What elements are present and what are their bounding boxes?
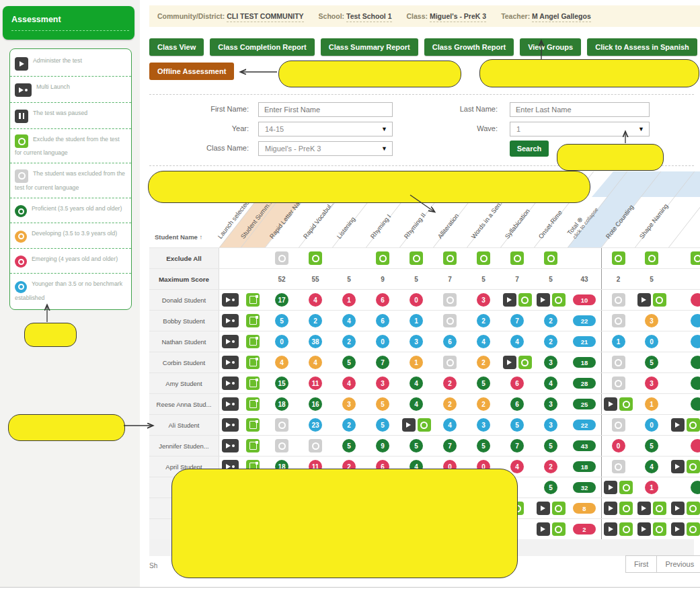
excluded-icon[interactable]	[275, 439, 288, 452]
toolbar-button-view-groups[interactable]: View Groups	[520, 38, 581, 56]
student-name-cell[interactable]: Bobby Student	[149, 311, 219, 331]
exclude-toggle-icon[interactable]	[552, 293, 566, 307]
administer-test-icon[interactable]	[537, 502, 550, 515]
exclude-toggle-icon[interactable]	[518, 293, 532, 307]
toolbar-button-click-to-assess-in-spanish[interactable]: Click to Assess in Spanish	[587, 38, 697, 56]
excluded-icon[interactable]	[612, 418, 625, 432]
exclude-toggle-icon[interactable]	[653, 293, 666, 307]
student-name-cell[interactable]: Amy Student	[149, 373, 219, 393]
toolbar-button-class-growth-report[interactable]: Class Growth Report	[424, 38, 514, 56]
exclude-toggle-icon[interactable]	[552, 522, 566, 536]
student-summary-icon[interactable]	[246, 439, 260, 452]
student-summary-icon[interactable]	[246, 293, 260, 307]
administer-test-icon[interactable]	[637, 502, 651, 515]
exclude-toggle-icon[interactable]	[619, 502, 633, 515]
pagination-first-button[interactable]: First	[625, 555, 657, 573]
administer-test-icon[interactable]	[604, 522, 617, 536]
administer-test-icon[interactable]	[671, 502, 685, 515]
exclude-toggle-icon[interactable]	[376, 251, 389, 265]
administer-test-icon[interactable]	[604, 502, 617, 515]
administer-test-icon[interactable]	[671, 460, 685, 473]
student-name-cell[interactable]: Reese Anna Stud...	[149, 394, 219, 414]
student-name-cell[interactable]: Ali Student	[149, 415, 219, 435]
search-button[interactable]: Search	[510, 141, 549, 157]
exclude-toggle-icon[interactable]	[687, 502, 700, 515]
multi-launch-icon[interactable]	[15, 83, 32, 97]
excluded-icon[interactable]	[443, 314, 457, 327]
excluded-icon[interactable]	[275, 418, 288, 432]
class-name-select[interactable]: Miguel's - PreK 3 ▼	[258, 141, 393, 156]
excluded-icon[interactable]	[612, 314, 625, 327]
multi-launch-icon[interactable]	[222, 439, 239, 452]
wave-select[interactable]: 1 ▼	[510, 122, 650, 136]
excluded-icon[interactable]	[443, 356, 457, 369]
toolbar-button-class-completion-report[interactable]: Class Completion Report	[210, 38, 314, 56]
multi-launch-icon[interactable]	[222, 314, 239, 327]
multi-launch-icon[interactable]	[222, 418, 239, 432]
student-summary-icon[interactable]	[246, 418, 260, 432]
exclude-toggle-icon[interactable]	[544, 251, 557, 265]
excluded-icon[interactable]	[275, 251, 288, 265]
administer-test-icon[interactable]	[671, 522, 685, 536]
exclude-toggle-icon[interactable]	[443, 251, 457, 265]
exclude-toggle-icon[interactable]	[477, 251, 490, 265]
excluded-icon[interactable]	[612, 460, 625, 473]
administer-test-icon[interactable]	[604, 397, 617, 411]
exclude-toggle-icon[interactable]	[552, 502, 566, 515]
exclude-toggle-icon[interactable]	[15, 134, 28, 148]
student-name-cell[interactable]: Nathan Student	[149, 331, 219, 352]
excluded-icon[interactable]	[443, 293, 457, 307]
excluded-icon[interactable]	[612, 377, 625, 390]
exclude-toggle-icon[interactable]	[410, 251, 423, 265]
administer-test-icon[interactable]	[671, 418, 685, 432]
multi-launch-icon[interactable]	[222, 356, 239, 369]
exclude-toggle-icon[interactable]	[653, 522, 666, 536]
pagination-previous-button[interactable]: Previous	[657, 555, 700, 573]
toolbar-button-class-view[interactable]: Class View	[149, 38, 204, 56]
exclude-toggle-icon[interactable]	[619, 397, 633, 411]
multi-launch-icon[interactable]	[222, 293, 239, 307]
year-select[interactable]: 14-15 ▼	[258, 122, 393, 136]
assessment-menu-button[interactable]: Assessment	[3, 6, 134, 40]
administer-test-icon[interactable]	[402, 418, 416, 432]
exclude-toggle-icon[interactable]	[612, 251, 625, 265]
student-name-cell[interactable]: Donald Student	[149, 290, 219, 310]
multi-launch-icon[interactable]	[222, 397, 239, 411]
administer-test-icon[interactable]	[537, 522, 550, 536]
multi-launch-icon[interactable]	[222, 335, 239, 348]
administer-test-icon[interactable]	[503, 356, 516, 369]
student-name-cell[interactable]: Jennifer Studen...	[149, 436, 219, 456]
student-name-header[interactable]: Student Name ↑	[155, 233, 202, 241]
administer-test-icon[interactable]	[503, 293, 516, 307]
excluded-icon[interactable]	[309, 439, 322, 452]
excluded-icon[interactable]	[612, 293, 625, 307]
exclude-toggle-icon[interactable]	[518, 356, 532, 369]
administer-test-icon[interactable]	[637, 522, 651, 536]
exclude-toggle-icon[interactable]	[691, 251, 700, 265]
exclude-toggle-icon[interactable]	[510, 251, 524, 265]
administer-test-icon[interactable]	[637, 293, 651, 307]
toolbar-button-class-summary-report[interactable]: Class Summary Report	[321, 38, 418, 56]
offline-assessment-button[interactable]: Offline Assessment	[149, 63, 234, 80]
exclude-toggle-icon[interactable]	[653, 502, 666, 515]
excluded-icon[interactable]	[15, 169, 28, 183]
student-summary-icon[interactable]	[246, 377, 260, 390]
last-name-input[interactable]	[510, 102, 650, 117]
student-summary-icon[interactable]	[246, 356, 260, 369]
student-name-cell[interactable]: Corbin Student	[149, 352, 219, 372]
excluded-icon[interactable]	[612, 356, 625, 369]
multi-launch-icon[interactable]	[222, 377, 239, 390]
administer-test-icon[interactable]	[537, 293, 550, 307]
student-summary-icon[interactable]	[246, 314, 260, 327]
exclude-toggle-icon[interactable]	[309, 251, 322, 265]
column-header-sn[interactable]: Shape Naming	[644, 171, 686, 240]
administer-test-icon[interactable]	[15, 57, 28, 71]
student-summary-icon[interactable]	[246, 335, 260, 348]
exclude-toggle-icon[interactable]	[687, 522, 700, 536]
exclude-toggle-icon[interactable]	[687, 418, 700, 432]
exclude-toggle-icon[interactable]	[687, 460, 700, 473]
administer-test-icon[interactable]	[604, 481, 617, 494]
exclude-toggle-icon[interactable]	[619, 481, 633, 494]
exclude-toggle-icon[interactable]	[619, 522, 633, 536]
student-summary-icon[interactable]	[246, 397, 260, 411]
